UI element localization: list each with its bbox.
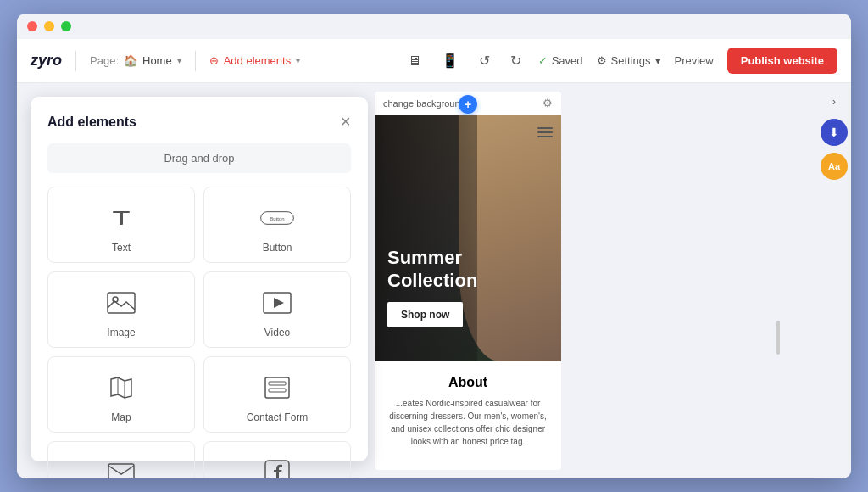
video-icon <box>260 286 294 320</box>
element-video-label: Video <box>264 327 290 338</box>
add-elements-card: Add elements ✕ Drag and drop Text <box>31 97 368 461</box>
add-elements-button[interactable]: ⊕ Add elements ▾ <box>209 54 301 67</box>
social-icons-icon <box>260 456 294 478</box>
right-sidebar: › ⬇ Aa <box>817 83 851 478</box>
svg-rect-11 <box>269 382 286 385</box>
title-bar <box>17 14 851 39</box>
change-background-label: change background <box>383 98 465 109</box>
nav-divider-2 <box>195 51 196 71</box>
home-icon: 🏠 <box>124 54 137 67</box>
main-area: Add elements ✕ Drag and drop Text <box>17 83 851 478</box>
element-button[interactable]: Button Button <box>203 187 351 263</box>
gear-icon: ⚙ <box>597 54 607 67</box>
settings-button[interactable]: ⚙ Settings ▾ <box>597 54 661 67</box>
brand-logo: zyro <box>31 52 62 70</box>
chevron-down-icon: ▾ <box>177 56 181 65</box>
subscribe-icon <box>104 456 138 478</box>
settings-label: Settings <box>611 54 651 67</box>
text-icon <box>104 201 138 235</box>
element-contact-form-label: Contact Form <box>247 411 309 423</box>
change-background-button[interactable]: change background <box>383 98 465 109</box>
add-elements-chevron-icon: ▾ <box>296 56 300 65</box>
add-elements-label: Add elements <box>224 54 292 67</box>
top-nav: zyro Page: 🏠 Home ▾ ⊕ Add elements ▾ 🖥 📱… <box>17 39 851 83</box>
hero-section: Summer Collection Shop now <box>375 115 561 361</box>
element-video[interactable]: Video <box>203 271 351 348</box>
about-section: About ...eates Nordic-inspired casualwea… <box>375 361 561 461</box>
download-icon: ⬇ <box>829 126 839 139</box>
svg-rect-1 <box>120 211 123 225</box>
svg-rect-13 <box>108 464 134 478</box>
modal-title: Add elements <box>47 115 136 130</box>
expand-panel-button[interactable]: › <box>824 92 844 112</box>
drag-drop-area: Drag and drop <box>47 143 351 173</box>
element-image[interactable]: Image <box>47 271 195 348</box>
preview-button[interactable]: Preview <box>675 54 714 67</box>
element-contact-form[interactable]: Contact Form <box>203 356 351 433</box>
elements-grid: Text Button Button <box>47 187 351 478</box>
shop-now-button[interactable]: Shop now <box>387 302 463 327</box>
add-elements-panel: Add elements ✕ Drag and drop Text <box>17 83 381 478</box>
image-icon <box>104 286 138 320</box>
add-plus-button[interactable]: + <box>459 95 477 114</box>
svg-rect-10 <box>265 377 289 398</box>
redo-button[interactable]: ↻ <box>507 49 525 72</box>
page-home-label[interactable]: Home <box>142 54 172 67</box>
app-window: zyro Page: 🏠 Home ▾ ⊕ Add elements ▾ 🖥 📱… <box>17 14 851 478</box>
publish-button[interactable]: Publish website <box>727 48 837 74</box>
element-button-label: Button <box>263 242 292 254</box>
font-button[interactable]: Aa <box>821 153 848 180</box>
close-modal-button[interactable]: ✕ <box>340 114 351 130</box>
contact-form-icon <box>260 371 294 405</box>
desktop-view-button[interactable]: 🖥 <box>404 50 425 72</box>
element-social-icons[interactable]: Social icons <box>203 441 351 478</box>
element-image-label: Image <box>107 327 135 338</box>
svg-marker-7 <box>274 298 284 308</box>
add-circle-icon: ⊕ <box>209 54 219 67</box>
website-preview: change background ⚙ + <box>375 92 561 470</box>
settings-chevron-icon: ▾ <box>655 54 661 67</box>
hero-title-line1: Summer <box>387 247 477 269</box>
element-map-label: Map <box>111 411 131 423</box>
nav-divider <box>75 51 76 71</box>
about-text: ...eates Nordic-inspired casualwear for … <box>388 397 548 448</box>
svg-text:Button: Button <box>270 216 284 221</box>
saved-label: Saved <box>552 54 583 67</box>
preview-toolbar: change background ⚙ + <box>375 92 561 115</box>
element-text-label: Text <box>112 242 131 254</box>
hero-title-line2: Collection <box>387 270 477 292</box>
svg-rect-12 <box>269 389 286 392</box>
button-icon: Button <box>260 201 294 235</box>
undo-button[interactable]: ↺ <box>476 49 493 72</box>
hero-content: Summer Collection Shop now <box>387 247 477 327</box>
modal-header: Add elements ✕ <box>47 114 351 130</box>
page-selector: Page: 🏠 Home ▾ <box>90 54 181 67</box>
scroll-indicator[interactable] <box>776 321 780 355</box>
element-subscribe[interactable]: Subscribe <box>47 441 195 478</box>
check-icon: ✓ <box>538 54 548 67</box>
settings-gear-icon[interactable]: ⚙ <box>542 97 553 109</box>
nav-right: 🖥 📱 ↺ ↻ ✓ Saved ⚙ Settings ▾ Preview Pub… <box>404 48 837 74</box>
maximize-button[interactable] <box>61 21 71 31</box>
saved-indicator: ✓ Saved <box>538 54 583 67</box>
close-button[interactable] <box>27 21 37 31</box>
about-title: About <box>388 375 548 390</box>
download-button[interactable]: ⬇ <box>821 119 848 146</box>
element-map[interactable]: Map <box>47 356 195 433</box>
map-icon <box>104 371 138 405</box>
page-label: Page: <box>90 54 119 67</box>
hamburger-menu[interactable] <box>537 127 553 137</box>
hero-title: Summer Collection <box>387 247 477 292</box>
svg-rect-4 <box>108 293 135 313</box>
element-text[interactable]: Text <box>47 187 195 263</box>
minimize-button[interactable] <box>44 21 54 31</box>
font-icon: Aa <box>828 161 840 171</box>
mobile-view-button[interactable]: 📱 <box>438 49 462 72</box>
